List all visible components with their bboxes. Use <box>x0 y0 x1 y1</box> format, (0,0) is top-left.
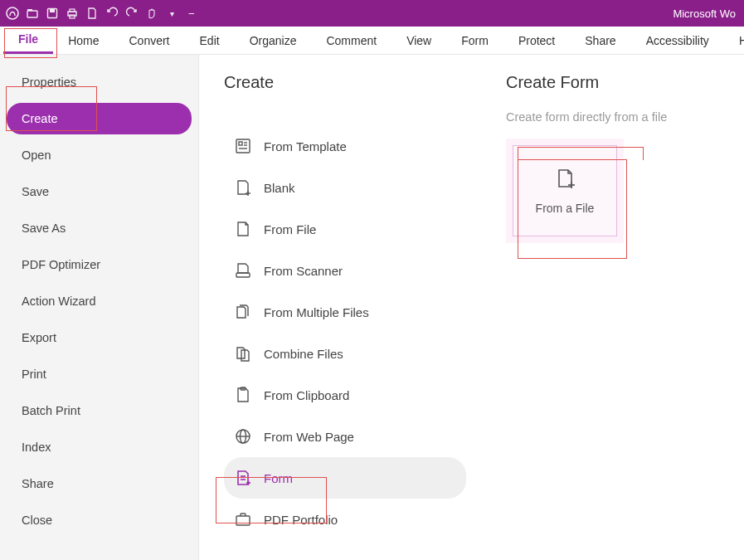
create-blank[interactable]: Blank <box>224 167 466 208</box>
svg-rect-2 <box>27 9 32 11</box>
dropdown-caret-icon[interactable]: ▾ <box>164 6 179 21</box>
form-icon <box>234 469 252 487</box>
page-icon[interactable] <box>85 6 100 21</box>
svg-rect-15 <box>236 273 250 277</box>
tile-label: From a File <box>536 202 595 215</box>
create-item-label: From File <box>264 222 316 236</box>
sidebar-item-open[interactable]: Open <box>7 139 192 171</box>
tile-highlight-wrap: From a File <box>506 139 624 243</box>
backstage-sidebar: Properties Create Open Save Save As PDF … <box>0 55 199 560</box>
tab-form[interactable]: Form <box>446 27 503 54</box>
tab-edit[interactable]: Edit <box>185 27 235 54</box>
create-item-label: Form <box>264 471 293 485</box>
quick-access-toolbar: ▾ ‒ <box>5 6 199 21</box>
sidebar-item-pdf-optimizer[interactable]: PDF Optimizer <box>7 249 192 280</box>
clipboard-icon <box>234 386 252 404</box>
undo-icon[interactable] <box>105 6 119 21</box>
tab-help-truncated[interactable]: H <box>724 27 744 54</box>
more-dash-icon[interactable]: ‒ <box>184 6 199 21</box>
create-heading: Create <box>224 73 466 92</box>
file-plus-icon <box>553 167 576 190</box>
svg-rect-4 <box>50 9 55 12</box>
create-form-heading: Create Form <box>506 73 729 92</box>
portfolio-icon <box>234 510 252 528</box>
combine-icon <box>234 344 252 363</box>
from-a-file-tile[interactable]: From a File <box>513 145 617 236</box>
title-bar: ▾ ‒ Microsoft Wo <box>0 0 744 27</box>
redo-icon[interactable] <box>124 6 139 21</box>
create-from-web-page[interactable]: From Web Page <box>224 416 466 457</box>
open-icon[interactable] <box>25 6 40 21</box>
create-combine-files[interactable]: Combine Files <box>224 333 466 374</box>
tab-convert[interactable]: Convert <box>114 27 184 54</box>
create-item-label: Combine Files <box>264 347 343 361</box>
create-from-multiple-files[interactable]: From Multiple Files <box>224 291 466 333</box>
sidebar-item-properties[interactable]: Properties <box>7 66 192 98</box>
svg-rect-6 <box>70 9 75 12</box>
create-form-panel: Create Form Create form directly from a … <box>481 55 744 560</box>
sidebar-item-preferences[interactable]: Preferences <box>7 551 192 560</box>
svg-rect-1 <box>27 11 37 17</box>
create-item-label: From Scanner <box>264 264 343 278</box>
sidebar-item-export[interactable]: Export <box>7 322 192 353</box>
file-icon <box>234 220 252 238</box>
create-item-label: PDF Portfolio <box>264 513 338 527</box>
web-icon <box>234 427 252 446</box>
svg-rect-9 <box>239 142 242 145</box>
tab-file[interactable]: File <box>3 27 53 54</box>
create-form-subtitle: Create form directly from a file <box>506 110 729 124</box>
sidebar-item-close[interactable]: Close <box>7 504 192 536</box>
sidebar-item-batch-print[interactable]: Batch Print <box>7 395 192 426</box>
create-item-label: From Template <box>264 139 347 153</box>
create-from-file[interactable]: From File <box>224 208 466 250</box>
scanner-icon <box>234 261 252 280</box>
create-options-panel: Create From Template Blank From File <box>199 55 481 560</box>
create-item-label: From Clipboard <box>264 388 349 402</box>
tab-home[interactable]: Home <box>53 27 114 54</box>
ribbon-tabs: File Home Convert Edit Organize Comment … <box>0 27 744 55</box>
hand-icon[interactable] <box>144 6 159 21</box>
create-item-label: From Web Page <box>264 430 354 444</box>
create-item-label: From Multiple Files <box>264 305 369 319</box>
sidebar-item-save-as[interactable]: Save As <box>7 212 192 244</box>
file-backstage: Properties Create Open Save Save As PDF … <box>0 55 744 560</box>
template-icon <box>234 137 252 155</box>
sidebar-item-index[interactable]: Index <box>7 431 192 463</box>
tab-accessibility[interactable]: Accessibility <box>631 27 724 54</box>
save-icon[interactable] <box>45 6 60 21</box>
create-item-label: Blank <box>264 181 295 195</box>
svg-rect-24 <box>236 516 250 525</box>
create-form[interactable]: Form <box>224 457 466 499</box>
app-logo-icon[interactable] <box>5 6 20 21</box>
create-pdf-portfolio[interactable]: PDF Portfolio <box>224 499 466 540</box>
document-title: Microsoft Wo <box>673 7 739 20</box>
sidebar-item-create[interactable]: Create <box>7 103 192 134</box>
sidebar-item-action-wizard[interactable]: Action Wizard <box>7 285 192 317</box>
tab-view[interactable]: View <box>391 27 446 54</box>
print-icon[interactable] <box>65 6 80 21</box>
tab-organize[interactable]: Organize <box>235 27 312 54</box>
tab-share[interactable]: Share <box>570 27 630 54</box>
create-from-scanner[interactable]: From Scanner <box>224 250 466 291</box>
sidebar-item-share[interactable]: Share <box>7 468 192 499</box>
multi-file-icon <box>234 303 252 321</box>
sidebar-item-print[interactable]: Print <box>7 358 192 390</box>
tab-comment[interactable]: Comment <box>311 27 391 54</box>
blank-icon <box>234 178 252 197</box>
tab-protect[interactable]: Protect <box>503 27 570 54</box>
create-from-clipboard[interactable]: From Clipboard <box>224 374 466 416</box>
create-from-template[interactable]: From Template <box>224 125 466 167</box>
sidebar-item-save[interactable]: Save <box>7 176 192 207</box>
svg-point-0 <box>7 7 18 19</box>
